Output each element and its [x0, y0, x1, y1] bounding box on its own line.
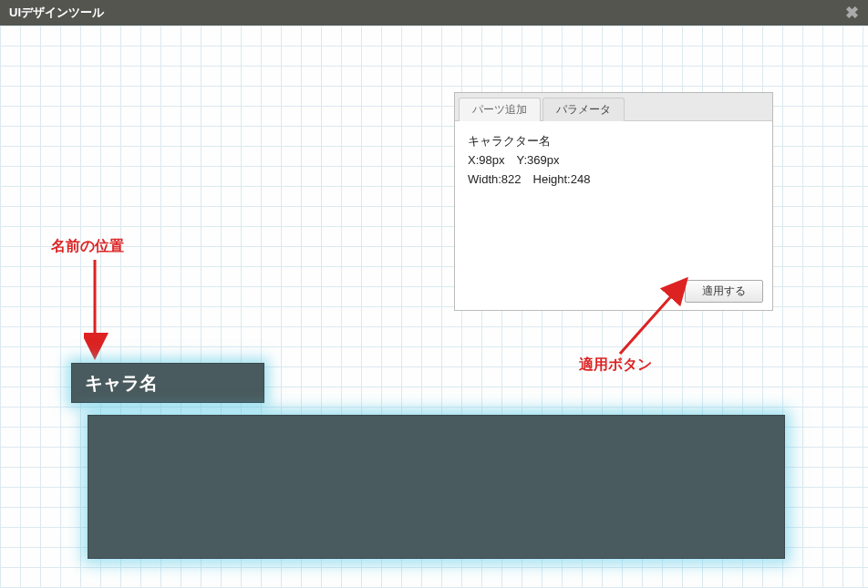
- panel-tabbar: パーツ追加 パラメータ: [455, 93, 772, 121]
- tab-parameter[interactable]: パラメータ: [542, 98, 625, 121]
- tab-add-parts[interactable]: パーツ追加: [459, 98, 541, 121]
- param-char-name: キャラクター名: [468, 132, 760, 151]
- param-coords: X:98px Y:369px: [468, 151, 760, 170]
- character-name-box[interactable]: キャラ名: [71, 363, 264, 403]
- arrow-apply-icon: [611, 276, 720, 367]
- annotation-name-position: 名前の位置: [51, 237, 124, 256]
- design-canvas[interactable]: パーツ追加 パラメータ キャラクター名 X:98px Y:369px Width…: [0, 26, 868, 588]
- param-size: Width:822 Height:248: [468, 170, 760, 190]
- titlebar: UIデザインツール ✖: [0, 0, 868, 26]
- close-icon[interactable]: ✖: [845, 0, 859, 26]
- panel-body: キャラクター名 X:98px Y:369px Width:822 Height:…: [455, 121, 772, 273]
- title: UIデザインツール: [9, 0, 104, 26]
- svg-line-1: [620, 287, 679, 354]
- arrow-name-icon: [84, 255, 120, 365]
- character-name-text: キャラ名: [85, 371, 158, 396]
- message-window-box[interactable]: [88, 415, 785, 559]
